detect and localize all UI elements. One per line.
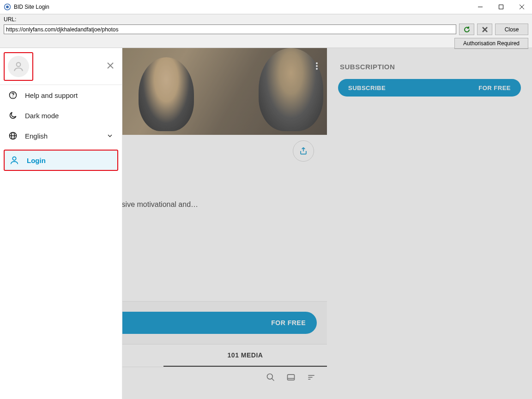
sidebar-avatar[interactable] xyxy=(4,52,33,81)
svg-point-9 xyxy=(316,62,318,64)
dots-icon xyxy=(316,62,318,70)
close-sidebar-button[interactable] xyxy=(106,61,115,72)
page-content: nd Fat Joe K Likes • 107.1K Fans xyxy=(0,48,532,399)
svg-line-14 xyxy=(272,379,274,381)
close-page-button[interactable]: Close xyxy=(495,24,528,35)
sidebar-menu: Help and support Dark mode English Login xyxy=(0,48,122,399)
sidebar-item-label: English xyxy=(25,132,99,140)
person-icon xyxy=(12,60,24,73)
search-icon[interactable] xyxy=(266,373,275,382)
window-title: BID Site Login xyxy=(14,4,470,10)
svg-point-20 xyxy=(17,62,21,66)
svg-rect-15 xyxy=(288,375,295,380)
sidebar-item-label: Login xyxy=(27,157,46,164)
svg-point-11 xyxy=(316,68,318,70)
refresh-button[interactable] xyxy=(459,24,474,35)
panel-icon[interactable] xyxy=(286,373,296,382)
app-icon xyxy=(4,3,11,11)
sort-icon[interactable] xyxy=(307,373,316,382)
chevron-down-icon xyxy=(106,132,114,139)
svg-point-10 xyxy=(316,65,318,67)
cancel-icon xyxy=(482,26,488,33)
share-icon xyxy=(299,146,308,156)
sidebar-item-dark-mode[interactable]: Dark mode xyxy=(0,105,122,126)
sidebar-item-label: Dark mode xyxy=(25,112,114,120)
moon-icon xyxy=(8,111,18,120)
sidebar-item-login[interactable]: Login xyxy=(5,151,117,170)
person-icon xyxy=(9,155,19,165)
subscription-heading: SUBSCRIPTION xyxy=(340,63,521,71)
minimize-button[interactable] xyxy=(470,0,490,14)
subscribe-button-side[interactable]: SUBSCRIBE FOR FREE xyxy=(338,79,521,97)
authorisation-required-button[interactable]: Authorisation Required xyxy=(454,38,528,49)
url-toolbar: URL: Close Authorisation Required xyxy=(0,14,532,48)
globe-icon xyxy=(8,131,18,140)
close-icon xyxy=(106,61,115,70)
window-close-button[interactable] xyxy=(511,0,532,14)
sidebar-item-label: Help and support xyxy=(25,91,114,99)
sidebar-item-language[interactable]: English xyxy=(0,126,122,146)
svg-point-28 xyxy=(12,157,16,160)
url-label: URL: xyxy=(4,16,528,23)
svg-point-1 xyxy=(6,6,9,8)
svg-point-24 xyxy=(12,97,13,97)
svg-point-13 xyxy=(267,374,273,380)
tab-media[interactable]: 101 MEDIA xyxy=(163,345,327,367)
sidebar-item-help[interactable]: Help and support xyxy=(0,85,122,105)
maximize-button[interactable] xyxy=(490,0,511,14)
share-button[interactable] xyxy=(293,140,314,162)
cancel-nav-button[interactable] xyxy=(477,24,492,35)
more-menu-button[interactable] xyxy=(316,62,318,72)
help-icon xyxy=(8,91,18,100)
svg-rect-3 xyxy=(499,5,503,9)
titlebar: BID Site Login xyxy=(0,0,532,14)
url-input[interactable] xyxy=(4,24,456,34)
refresh-icon xyxy=(463,26,471,33)
